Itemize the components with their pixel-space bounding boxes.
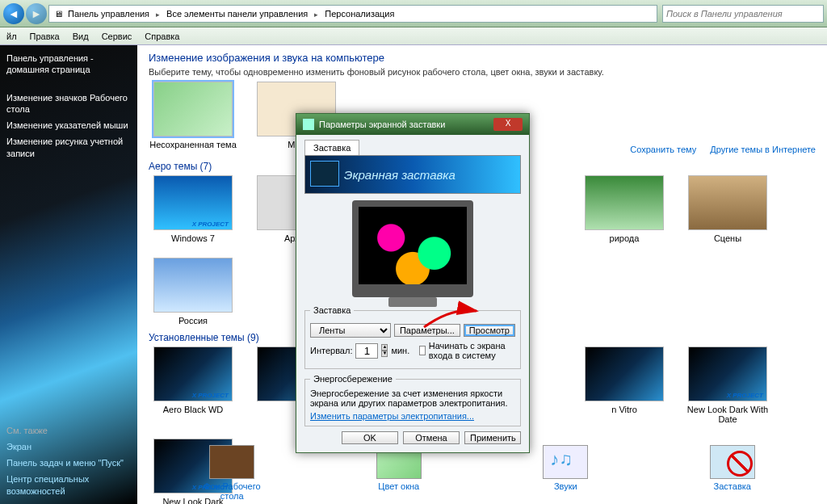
power-settings-link[interactable]: Изменить параметры электропитания... xyxy=(310,411,474,421)
theme-label: Aero Black WD xyxy=(149,405,237,414)
dialog-titlebar[interactable]: Параметры экранной заставки X xyxy=(296,114,529,135)
back-button[interactable]: ◄ xyxy=(3,3,24,24)
power-group-label: Энергосбережение xyxy=(310,374,396,384)
dialog-banner: Экранная заставка xyxy=(304,155,521,194)
shortcut-label: Фон Рабочего стола xyxy=(191,481,272,501)
interval-input[interactable] xyxy=(355,343,378,359)
shortcut-label: Заставка xyxy=(692,481,773,491)
menu-edit[interactable]: Правка xyxy=(23,32,66,41)
menu-help[interactable]: Справка xyxy=(138,32,186,41)
sidebar-taskbar[interactable]: Панель задач и меню "Пуск" xyxy=(6,455,131,471)
sidebar-home[interactable]: Панель управления - домашняя страница xyxy=(6,50,131,78)
screensaver-preview-monitor xyxy=(352,200,473,297)
page-title: Изменение изображения и звука на компьют… xyxy=(149,52,816,64)
theme-newlook-date[interactable]: X PROJECT New Look Dark With Date xyxy=(683,346,772,424)
cancel-button[interactable]: Отмена xyxy=(403,431,460,444)
sidebar-ease[interactable]: Центр специальных возможностей xyxy=(6,471,131,499)
forward-button[interactable]: ► xyxy=(26,3,47,24)
dialog-title: Параметры экранной заставки xyxy=(319,120,445,129)
sidebar-desktop-icons[interactable]: Изменение значков Рабочего стола xyxy=(6,90,131,118)
online-themes-link[interactable]: Другие темы в Интернете xyxy=(710,145,816,154)
save-theme-link[interactable]: Сохранить тему xyxy=(630,145,696,154)
theme-label: Windows 7 xyxy=(149,233,237,243)
apply-button[interactable]: Применить xyxy=(464,431,521,444)
interval-spinner[interactable]: ▲▼ xyxy=(381,344,388,357)
menu-bar: йл Правка Вид Сервис Справка xyxy=(0,27,827,45)
screensaver-link[interactable]: Заставка xyxy=(692,445,773,501)
window-color-link[interactable]: Цвет окна xyxy=(359,445,439,501)
group-label: Заставка xyxy=(310,305,354,315)
sidebar-account-picture[interactable]: Изменение рисунка учетной записи xyxy=(6,133,131,162)
shortcut-label: Звуки xyxy=(525,481,606,491)
sidebar-mouse-pointers[interactable]: Изменение указателей мыши xyxy=(6,117,131,133)
desktop-background-link[interactable]: Фон Рабочего стола xyxy=(191,445,272,501)
crumb-all[interactable]: Все элементы панели управления xyxy=(165,9,309,19)
screensaver-dialog: Параметры экранной заставки X Заставка Э… xyxy=(296,113,530,453)
theme-scenes[interactable]: Сцены xyxy=(683,175,772,243)
theme-label: Сцены xyxy=(683,233,772,243)
control-panel-icon: 🖥 xyxy=(52,9,65,19)
theme-label: n Vitro xyxy=(580,405,669,414)
theme-unsaved[interactable]: Несохраненная тема xyxy=(149,82,237,149)
sidebar: Панель управления - домашняя страница Из… xyxy=(0,45,137,504)
sidebar-screen[interactable]: Экран xyxy=(6,439,131,455)
theme-windows7[interactable]: X PROJECT Windows 7 xyxy=(149,175,237,243)
theme-aero-black[interactable]: X PROJECT Aero Black WD xyxy=(149,346,237,424)
theme-vitro[interactable]: n Vitro xyxy=(580,346,669,424)
theme-russia[interactable]: Россия xyxy=(149,258,237,326)
screensaver-group: Заставка Ленты Параметры... Просмотр Инт… xyxy=(304,305,521,369)
on-resume-checkbox[interactable] xyxy=(419,346,426,355)
search-input[interactable] xyxy=(662,5,824,23)
close-button[interactable]: X xyxy=(493,118,523,131)
min-label: мин. xyxy=(391,346,409,355)
menu-service[interactable]: Сервис xyxy=(95,32,139,41)
personalization-shortcuts: Фон Рабочего стола Цвет окна Звуки Заста… xyxy=(149,445,816,501)
power-group: Энергосбережение Энергосбережение за сче… xyxy=(304,374,521,426)
address-bar: ◄ ► 🖥 Панель управления Все элементы пан… xyxy=(0,0,827,27)
tab-screensaver[interactable]: Заставка xyxy=(304,140,359,155)
theme-nature[interactable]: рирода xyxy=(580,175,669,243)
theme-label: New Look Dark With Date xyxy=(683,405,772,424)
screensaver-select[interactable]: Ленты xyxy=(310,323,391,338)
crumb-pers[interactable]: Персонализация xyxy=(323,9,396,19)
on-resume-label: Начинать с экрана входа в систему xyxy=(429,341,515,360)
crumb-cp[interactable]: Панель управления xyxy=(66,9,151,19)
page-subtitle: Выберите тему, чтобы одновременно измени… xyxy=(149,67,816,77)
menu-file[interactable]: йл xyxy=(0,32,23,41)
shortcut-label: Цвет окна xyxy=(359,481,439,491)
theme-label: Россия xyxy=(149,316,237,326)
theme-label: Несохраненная тема xyxy=(149,140,237,149)
sounds-link[interactable]: Звуки xyxy=(525,445,606,501)
preview-button[interactable]: Просмотр xyxy=(464,324,515,337)
theme-label: рирода xyxy=(580,233,669,243)
breadcrumb[interactable]: 🖥 Панель управления Все элементы панели … xyxy=(48,5,657,23)
dialog-icon xyxy=(303,119,314,130)
power-description: Энергосбережение за счет изменения яркос… xyxy=(310,388,515,408)
interval-label: Интервал: xyxy=(310,346,352,355)
settings-button[interactable]: Параметры... xyxy=(394,324,460,337)
menu-view[interactable]: Вид xyxy=(66,32,95,41)
ok-button[interactable]: OK xyxy=(342,431,398,444)
sidebar-seealso: См. также xyxy=(6,422,131,439)
